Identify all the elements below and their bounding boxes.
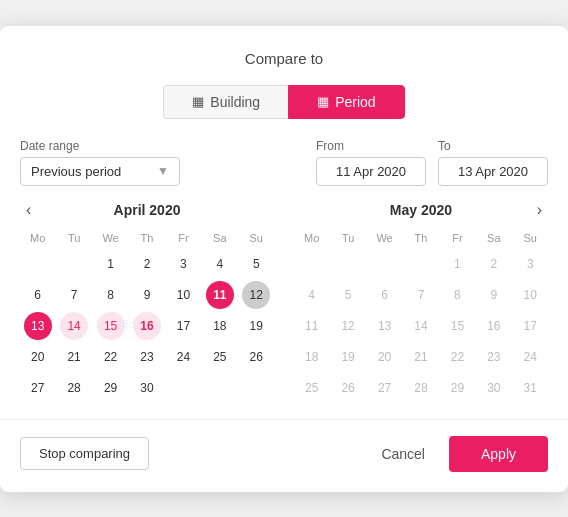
table-row: 30 <box>480 374 508 402</box>
to-date-display[interactable]: 13 Apr 2020 <box>438 157 548 186</box>
table-row[interactable]: 14 <box>60 312 88 340</box>
april-13-day[interactable]: 13 <box>24 312 52 340</box>
table-row[interactable]: 1 <box>97 250 125 278</box>
table-row: 15 <box>443 312 471 340</box>
from-field: From 11 Apr 2020 <box>316 139 426 186</box>
table-row[interactable]: 25 <box>206 343 234 371</box>
table-row: 7 <box>407 281 435 309</box>
tab-period[interactable]: ▦ Period <box>288 85 404 119</box>
table-row[interactable]: 9 <box>133 281 161 309</box>
table-row: 23 <box>480 343 508 371</box>
footer-divider <box>0 419 568 420</box>
table-row: 1 <box>443 250 471 278</box>
april-header: ‹ April 2020 <box>20 202 274 218</box>
prev-month-button[interactable]: ‹ <box>20 199 37 221</box>
stop-comparing-button[interactable]: Stop comparing <box>20 437 149 470</box>
table-row: 24 <box>516 343 544 371</box>
apply-button[interactable]: Apply <box>449 436 548 472</box>
table-row <box>24 250 52 278</box>
table-row[interactable]: 15 <box>97 312 125 340</box>
table-row[interactable]: 16 <box>133 312 161 340</box>
day-header-th: Th <box>129 228 164 248</box>
table-row <box>371 250 399 278</box>
table-row[interactable]: 20 <box>24 343 52 371</box>
may-header: May 2020 › <box>294 202 548 218</box>
table-row: 19 <box>334 343 362 371</box>
day-header-sa: Sa <box>202 228 237 248</box>
date-range-label: Date range <box>20 139 180 153</box>
table-row: 8 <box>443 281 471 309</box>
table-row[interactable]: 26 <box>242 343 270 371</box>
table-row: 5 <box>334 281 362 309</box>
day-header-we: We <box>367 228 402 248</box>
day-header-fr: Fr <box>166 228 201 248</box>
table-row[interactable]: 30 <box>133 374 161 402</box>
day-header-tu: Tu <box>330 228 365 248</box>
chevron-down-icon: ▼ <box>157 164 169 178</box>
table-row[interactable]: 22 <box>97 343 125 371</box>
table-row: 21 <box>407 343 435 371</box>
table-row: 4 <box>298 281 326 309</box>
table-row: 26 <box>334 374 362 402</box>
tab-building[interactable]: ▦ Building <box>163 85 288 119</box>
from-to-group: From 11 Apr 2020 To 13 Apr 2020 <box>316 139 548 186</box>
table-row: 18 <box>298 343 326 371</box>
table-row <box>169 374 197 402</box>
footer-right: Cancel Apply <box>369 436 548 472</box>
table-row <box>298 250 326 278</box>
day-header-mo: Mo <box>20 228 55 248</box>
next-month-button[interactable]: › <box>531 199 548 221</box>
table-row[interactable]: 27 <box>24 374 52 402</box>
table-row: 2 <box>480 250 508 278</box>
table-row[interactable]: 17 <box>169 312 197 340</box>
table-row <box>60 250 88 278</box>
cancel-button[interactable]: Cancel <box>369 438 437 470</box>
table-row[interactable]: 7 <box>60 281 88 309</box>
table-row[interactable]: 5 <box>242 250 270 278</box>
table-row[interactable]: 24 <box>169 343 197 371</box>
table-row[interactable]: 4 <box>206 250 234 278</box>
table-row[interactable]: 21 <box>60 343 88 371</box>
april-calendar: ‹ April 2020 Mo Tu We Th Fr Sa Su 1 2 3 … <box>20 202 274 403</box>
table-row[interactable]: 18 <box>206 312 234 340</box>
april-grid: Mo Tu We Th Fr Sa Su 1 2 3 4 5 6 7 8 9 <box>20 228 274 403</box>
date-range-select[interactable]: Previous period ▼ <box>20 157 180 186</box>
table-row: 9 <box>480 281 508 309</box>
date-range-row: Date range Previous period ▼ From 11 Apr… <box>20 139 548 186</box>
table-row <box>334 250 362 278</box>
table-row[interactable]: 2 <box>133 250 161 278</box>
table-row: 11 <box>298 312 326 340</box>
table-row[interactable]: 23 <box>133 343 161 371</box>
table-row: 27 <box>371 374 399 402</box>
april-title: April 2020 <box>114 202 181 218</box>
table-row[interactable]: 6 <box>24 281 52 309</box>
day-header-mo: Mo <box>294 228 329 248</box>
to-field: To 13 Apr 2020 <box>438 139 548 186</box>
day-header-fr: Fr <box>440 228 475 248</box>
from-label: From <box>316 139 426 153</box>
table-row <box>206 374 234 402</box>
table-row[interactable]: 3 <box>169 250 197 278</box>
table-row: 16 <box>480 312 508 340</box>
april-12-day[interactable]: 12 <box>242 281 270 309</box>
day-header-tu: Tu <box>56 228 91 248</box>
table-row: 10 <box>516 281 544 309</box>
table-row[interactable]: 28 <box>60 374 88 402</box>
may-grid: Mo Tu We Th Fr Sa Su 1 2 3 4 5 6 7 <box>294 228 548 403</box>
footer: Stop comparing Cancel Apply <box>20 436 548 472</box>
table-row: 13 <box>371 312 399 340</box>
table-row[interactable]: 8 <box>97 281 125 309</box>
table-row[interactable]: 10 <box>169 281 197 309</box>
day-header-su: Su <box>239 228 274 248</box>
table-row <box>407 250 435 278</box>
table-row[interactable]: 19 <box>242 312 270 340</box>
to-label: To <box>438 139 548 153</box>
table-row[interactable]: 29 <box>97 374 125 402</box>
compare-modal: Compare to ▦ Building ▦ Period Date rang… <box>0 26 568 492</box>
table-row: 3 <box>516 250 544 278</box>
april-11-day[interactable]: 11 <box>206 281 234 309</box>
table-row <box>242 374 270 402</box>
period-icon: ▦ <box>317 94 329 109</box>
from-date-display[interactable]: 11 Apr 2020 <box>316 157 426 186</box>
day-header-su: Su <box>513 228 548 248</box>
